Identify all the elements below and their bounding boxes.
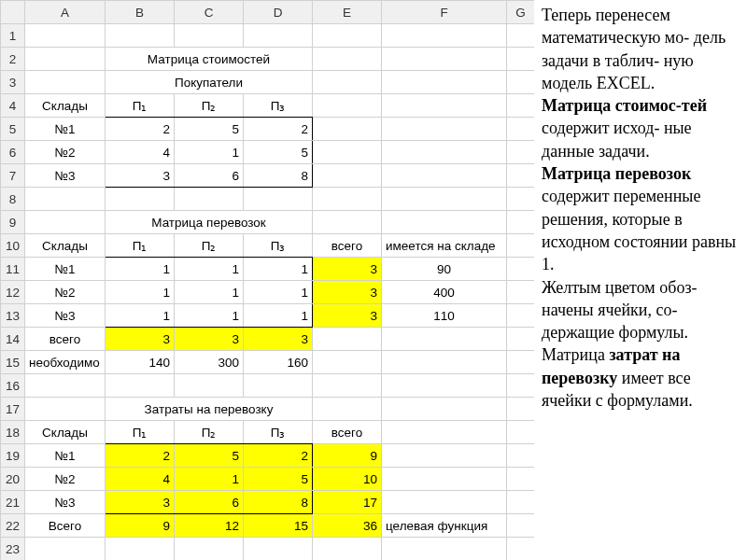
col-header[interactable]: G [507, 1, 535, 24]
total-label[interactable]: всего [313, 234, 382, 258]
col-header[interactable]: B [106, 1, 175, 24]
spend-title[interactable]: Затраты на перевозку [106, 398, 313, 421]
stock-label[interactable]: имеется на складе [382, 234, 507, 258]
buyer-header[interactable]: П₁ [106, 94, 175, 118]
col-header[interactable]: C [175, 1, 244, 24]
explanation-text: Желтым цветом обоз- начены ячейки, со- д… [542, 276, 740, 344]
spreadsheet[interactable]: A B C D E F G 1 2 Матрица стоимостей 3 П… [0, 0, 534, 560]
explanation-text: Матрица перевозок содержит переменные ре… [542, 162, 740, 275]
explanation-text: Теперь перенесем математическую мо- дель… [542, 4, 740, 94]
col-header[interactable]: E [313, 1, 382, 24]
buyer-header[interactable]: П₃ [244, 94, 313, 118]
explanation-text: Матрица стоимос-тей содержит исход- ные … [542, 94, 740, 162]
buyer-header[interactable]: П₂ [175, 94, 244, 118]
row-header[interactable]: 1 [1, 24, 25, 48]
transport-matrix-title[interactable]: Матрица перевозок [106, 211, 313, 234]
grid[interactable]: A B C D E F G 1 2 Матрица стоимостей 3 П… [0, 0, 534, 560]
grand-total[interactable]: 36 [313, 514, 382, 538]
warehouses-label[interactable]: Склады [25, 94, 106, 118]
column-headers: A B C D E F G [1, 1, 535, 24]
cost-matrix-title[interactable]: Матрица стоимостей [106, 48, 313, 71]
objective-label[interactable]: целевая функция [382, 514, 507, 538]
buyers-title[interactable]: Покупатели [106, 71, 313, 94]
explanation-panel: Теперь перенесем математическую мо- дель… [534, 0, 747, 560]
col-header[interactable]: A [25, 1, 106, 24]
col-header[interactable]: F [382, 1, 507, 24]
explanation-text: Матрица затрат на перевозку имеет все яч… [542, 343, 740, 412]
needed-label[interactable]: необходимо [25, 351, 106, 374]
col-header[interactable]: D [244, 1, 313, 24]
